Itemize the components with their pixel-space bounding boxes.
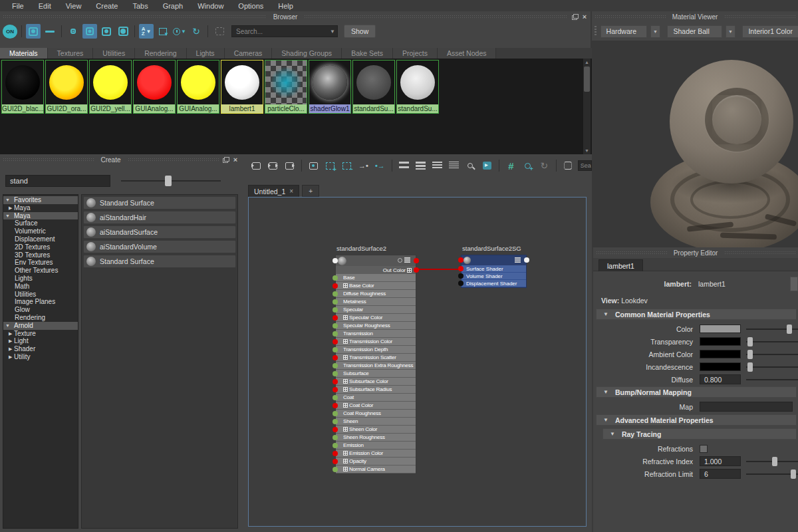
large-swatch-view-button[interactable] bbox=[26, 24, 41, 39]
create-tree-item[interactable]: Favorites bbox=[3, 196, 78, 204]
node-attribute-row[interactable]: Emission bbox=[336, 442, 416, 449]
show-output-connections-button[interactable] bbox=[283, 159, 297, 172]
menu-item[interactable]: Graph bbox=[156, 2, 190, 10]
display-connected-mode-button[interactable] bbox=[414, 159, 428, 172]
section-advanced-material-properties[interactable]: Advanced Material Properties bbox=[596, 414, 797, 426]
port-dot[interactable] bbox=[332, 467, 338, 472]
value-field[interactable]: 6 bbox=[700, 469, 741, 479]
port-dot[interactable] bbox=[332, 451, 338, 456]
input-port-dot[interactable] bbox=[458, 257, 464, 263]
input-port-dot[interactable] bbox=[332, 258, 338, 263]
create-search-input[interactable] bbox=[5, 175, 110, 187]
select-unused-button[interactable] bbox=[212, 24, 227, 39]
node-attribute-row[interactable]: Specular Roughness bbox=[336, 322, 416, 329]
node-graph-canvas[interactable]: standardSurface2 standardSurface2SG Out … bbox=[248, 197, 587, 527]
port-dot[interactable] bbox=[458, 273, 464, 279]
scroll-down-icon[interactable]: ▼ bbox=[583, 147, 591, 154]
create-node-item[interactable]: aiStandardHair bbox=[83, 211, 236, 224]
node-attribute-row[interactable]: Displacement Shader bbox=[462, 280, 526, 287]
swatch-size-medium-button[interactable] bbox=[82, 24, 97, 39]
node-attribute-row[interactable]: Transmission bbox=[336, 330, 416, 337]
create-tree-item[interactable]: Maya bbox=[3, 204, 78, 212]
value-slider[interactable] bbox=[746, 456, 798, 467]
grid-expand-icon[interactable] bbox=[343, 451, 348, 456]
material-swatch[interactable]: shaderGlow1 bbox=[309, 60, 351, 114]
new-tab-button[interactable]: + bbox=[302, 185, 319, 197]
node-attribute-row[interactable]: Transmission Color bbox=[336, 338, 416, 345]
create-tree-item[interactable]: Glow bbox=[3, 306, 78, 314]
output-port-dot[interactable] bbox=[414, 258, 419, 263]
node-attribute-row[interactable]: Coat bbox=[336, 394, 416, 401]
material-viewer-header[interactable]: Material Viewer bbox=[592, 11, 798, 22]
create-tree-item[interactable]: Utility bbox=[3, 353, 78, 361]
slider-handle[interactable] bbox=[787, 325, 792, 334]
create-tree-item[interactable]: Volumetric bbox=[3, 227, 78, 235]
port-dot[interactable] bbox=[332, 411, 338, 416]
node-attribute-row[interactable]: Surface Shader bbox=[462, 265, 526, 272]
display-mode-icon[interactable] bbox=[515, 257, 521, 263]
collapse-arrow-icon[interactable] bbox=[610, 431, 615, 437]
float-panel-icon[interactable] bbox=[221, 156, 229, 164]
node-attribute-row[interactable]: Transmission Extra Roughness bbox=[336, 362, 416, 369]
slider-handle[interactable] bbox=[747, 350, 753, 359]
browser-tab[interactable]: Shading Groups bbox=[272, 48, 342, 59]
geometry-dropdown-icon[interactable] bbox=[726, 25, 736, 38]
graph-upstream-button[interactable] bbox=[356, 159, 370, 172]
port-dot[interactable] bbox=[458, 281, 464, 286]
port-dot[interactable] bbox=[458, 266, 464, 271]
node-attribute-row[interactable]: Opacity bbox=[336, 458, 416, 465]
show-all-connections-button[interactable] bbox=[266, 159, 280, 172]
grid-expand-icon[interactable] bbox=[343, 315, 348, 320]
material-tab[interactable]: lambert1 bbox=[598, 259, 643, 271]
create-tree-item[interactable]: Utilities bbox=[3, 291, 78, 299]
value-slider[interactable] bbox=[746, 469, 798, 479]
port-dot[interactable] bbox=[332, 379, 338, 384]
grid-expand-icon[interactable] bbox=[343, 427, 348, 432]
graph-selected-button[interactable] bbox=[307, 159, 321, 172]
collapse-arrow-icon[interactable] bbox=[603, 311, 608, 317]
toggle-grid-button[interactable] bbox=[504, 159, 518, 172]
node-name-field[interactable]: lambert1 bbox=[698, 280, 726, 288]
connection-wire[interactable] bbox=[416, 269, 461, 270]
toolbar-drag-handle[interactable] bbox=[595, 26, 597, 37]
browser-tab[interactable]: Lights bbox=[187, 48, 225, 59]
material-swatch[interactable]: GUI2D_ora... bbox=[45, 60, 88, 114]
port-dot[interactable] bbox=[332, 283, 338, 289]
node-attribute-row[interactable]: Base bbox=[336, 274, 416, 281]
port-dot[interactable] bbox=[332, 315, 338, 321]
color-swatch[interactable] bbox=[700, 350, 741, 358]
browser-tab[interactable]: Asset Nodes bbox=[438, 48, 497, 59]
swatch-size-slider[interactable] bbox=[121, 176, 221, 186]
create-tree-item[interactable]: Other Textures bbox=[3, 267, 78, 275]
grid-expand-icon[interactable] bbox=[343, 387, 348, 392]
panel-drag-texture[interactable] bbox=[3, 158, 94, 162]
slider-handle[interactable] bbox=[772, 457, 777, 466]
create-tree-item[interactable]: Math bbox=[3, 283, 78, 291]
create-tree-item[interactable]: Lights bbox=[3, 275, 78, 283]
add-to-graph-button[interactable] bbox=[323, 159, 337, 172]
value-slider[interactable] bbox=[746, 349, 798, 360]
panel-drag-texture[interactable] bbox=[724, 251, 795, 255]
port-dot[interactable] bbox=[332, 355, 338, 360]
slider-handle[interactable] bbox=[747, 362, 753, 372]
port-dot[interactable] bbox=[332, 307, 338, 313]
refresh-swatches-button[interactable] bbox=[189, 24, 203, 39]
material-swatch[interactable]: standardSu... bbox=[396, 60, 439, 114]
swatch-size-xlarge-button[interactable] bbox=[116, 24, 130, 39]
swatch-size-large-button[interactable] bbox=[99, 24, 114, 39]
material-swatch[interactable]: GUI2D_blac... bbox=[1, 60, 44, 114]
node-header[interactable] bbox=[462, 255, 526, 265]
node-attribute-row[interactable]: Coat Roughness bbox=[336, 410, 416, 417]
create-tree-item[interactable]: Image Planes bbox=[3, 298, 78, 306]
value-slider[interactable] bbox=[746, 374, 798, 385]
node-editor-search-input[interactable]: Sea bbox=[578, 160, 592, 171]
sort-by-name-button[interactable] bbox=[139, 24, 154, 39]
create-tree-item[interactable]: Displacement bbox=[3, 235, 78, 243]
grid-expand-icon[interactable] bbox=[343, 339, 348, 344]
browser-panel-header[interactable]: Browser bbox=[0, 11, 591, 22]
show-button[interactable]: Show bbox=[344, 25, 376, 38]
grid-expand-icon[interactable] bbox=[343, 467, 348, 471]
show-input-connections-button[interactable] bbox=[249, 159, 263, 172]
create-tree-item[interactable]: Shader bbox=[3, 345, 78, 353]
menu-item[interactable]: Help bbox=[271, 2, 300, 10]
